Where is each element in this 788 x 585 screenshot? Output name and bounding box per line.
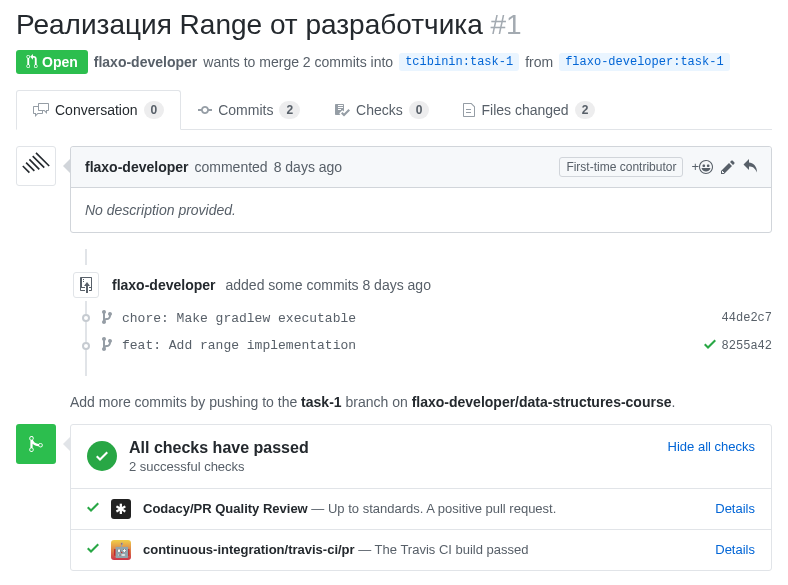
git-branch-icon — [102, 309, 112, 328]
tabnav: Conversation 0 Commits 2 Checks 0 Files … — [16, 90, 772, 130]
event-text: added some commits 8 days ago — [225, 277, 430, 293]
pr-author[interactable]: flaxo-developer — [94, 54, 197, 70]
commit-message[interactable]: feat: Add range implementation — [122, 338, 694, 353]
file-diff-icon — [463, 102, 475, 118]
check-item: 🤖continuous-integration/travis-ci/pr — T… — [71, 529, 771, 570]
status-check-circle — [87, 441, 117, 471]
check-icon — [87, 499, 99, 518]
check-desc: — Up to standards. A positive pull reque… — [308, 501, 557, 516]
timeline: flaxo-developer commented 8 days ago Fir… — [16, 146, 772, 424]
status-subtitle: 2 successful checks — [129, 459, 309, 474]
push-hint: Add more commits by pushing to the task-… — [70, 376, 772, 424]
check-details-link[interactable]: Details — [715, 542, 755, 557]
tab-label: Conversation — [55, 102, 138, 118]
repo-push-icon — [73, 272, 99, 298]
check-desc: — The Travis CI build passed — [355, 542, 529, 557]
push-hint-repo[interactable]: flaxo-developer/data-structures-course — [412, 394, 672, 410]
commit-row: feat: Add range implementation8255a42 — [70, 332, 772, 360]
pr-title: Реализация Range от разработчика #1 — [16, 8, 772, 42]
tab-label: Checks — [356, 102, 403, 118]
commit-dot — [82, 342, 90, 350]
tab-label: Commits — [218, 102, 273, 118]
head-branch[interactable]: flaxo-developer:task-1 — [559, 53, 729, 71]
flaxo-avatar-icon — [22, 152, 50, 180]
push-hint-suffix: . — [672, 394, 676, 410]
commit-row: chore: Make gradlew executable44de2c7 — [70, 305, 772, 332]
git-commit-icon — [198, 102, 212, 118]
comment-discussion-icon — [33, 102, 49, 118]
git-merge-icon — [29, 435, 43, 453]
event-author[interactable]: flaxo-developer — [112, 277, 215, 293]
check-text: continuous-integration/travis-ci/pr — Th… — [143, 542, 529, 557]
check-item: ✱Codacy/PR Quality Review — Up to standa… — [71, 488, 771, 529]
state-label: Open — [42, 54, 78, 70]
comment-box: flaxo-developer commented 8 days ago Fir… — [70, 146, 772, 233]
check-details-link[interactable]: Details — [715, 501, 755, 516]
check-name[interactable]: continuous-integration/travis-ci/pr — [143, 542, 355, 557]
add-reaction-button[interactable]: + — [691, 159, 713, 174]
travis-avatar: 🤖 — [111, 540, 131, 560]
edit-comment-button[interactable] — [721, 159, 735, 175]
pr-meta: Open flaxo-developer wants to merge 2 co… — [16, 50, 772, 74]
pr-number: #1 — [491, 9, 522, 40]
push-hint-branch: task-1 — [301, 394, 341, 410]
check-icon — [94, 448, 110, 464]
hide-checks-link[interactable]: Hide all checks — [668, 439, 755, 454]
commit-event-row: flaxo-developer added some commits 8 day… — [70, 265, 772, 305]
check-icon — [704, 336, 716, 356]
tab-counter: 0 — [144, 101, 165, 119]
comment-body: No description provided. — [71, 188, 771, 232]
contributor-badge: First-time contributor — [559, 157, 683, 177]
pencil-icon — [721, 159, 735, 175]
tab-conversation[interactable]: Conversation 0 — [16, 90, 181, 130]
merge-status-row: All checks have passed 2 successful chec… — [16, 424, 772, 571]
author-avatar[interactable] — [16, 146, 56, 186]
tab-checks[interactable]: Checks 0 — [317, 90, 446, 129]
from-text: from — [525, 54, 553, 70]
commit-sha[interactable]: 8255a42 — [704, 336, 772, 356]
git-pull-request-icon — [26, 54, 38, 69]
merge-status-box: All checks have passed 2 successful chec… — [70, 424, 772, 571]
reply-button[interactable] — [743, 159, 757, 175]
commit-dot — [82, 314, 90, 322]
push-hint-prefix: Add more commits by pushing to the — [70, 394, 301, 410]
tab-counter: 2 — [575, 101, 596, 119]
check-icon — [87, 540, 99, 559]
check-name[interactable]: Codacy/PR Quality Review — [143, 501, 308, 516]
smiley-icon — [699, 160, 713, 174]
tab-counter: 2 — [279, 101, 300, 119]
base-branch[interactable]: tcibinin:task-1 — [399, 53, 519, 71]
tab-commits[interactable]: Commits 2 — [181, 90, 317, 129]
git-branch-icon — [102, 336, 112, 355]
status-title: All checks have passed — [129, 439, 309, 457]
state-badge: Open — [16, 50, 88, 74]
check-text: Codacy/PR Quality Review — Up to standar… — [143, 501, 556, 516]
codacy-avatar: ✱ — [111, 499, 131, 519]
comment-action: commented — [194, 159, 267, 175]
pr-wants-text: wants to merge 2 commits into — [203, 54, 393, 70]
comment-author[interactable]: flaxo-developer — [85, 159, 188, 175]
reply-icon — [743, 159, 757, 175]
tab-counter: 0 — [409, 101, 430, 119]
pr-header: Реализация Range от разработчика #1 Open… — [16, 0, 772, 74]
checklist-icon — [334, 102, 350, 118]
tab-label: Files changed — [481, 102, 568, 118]
pr-title-text: Реализация Range от разработчика — [16, 9, 483, 40]
push-hint-mid: branch on — [342, 394, 412, 410]
commit-message[interactable]: chore: Make gradlew executable — [122, 311, 712, 326]
comment-header: flaxo-developer commented 8 days ago Fir… — [71, 147, 771, 188]
repo-push-icon — [80, 277, 92, 293]
merge-icon — [16, 424, 56, 464]
commit-sha[interactable]: 44de2c7 — [722, 311, 772, 325]
tab-files[interactable]: Files changed 2 — [446, 90, 612, 129]
comment-time[interactable]: 8 days ago — [274, 159, 343, 175]
